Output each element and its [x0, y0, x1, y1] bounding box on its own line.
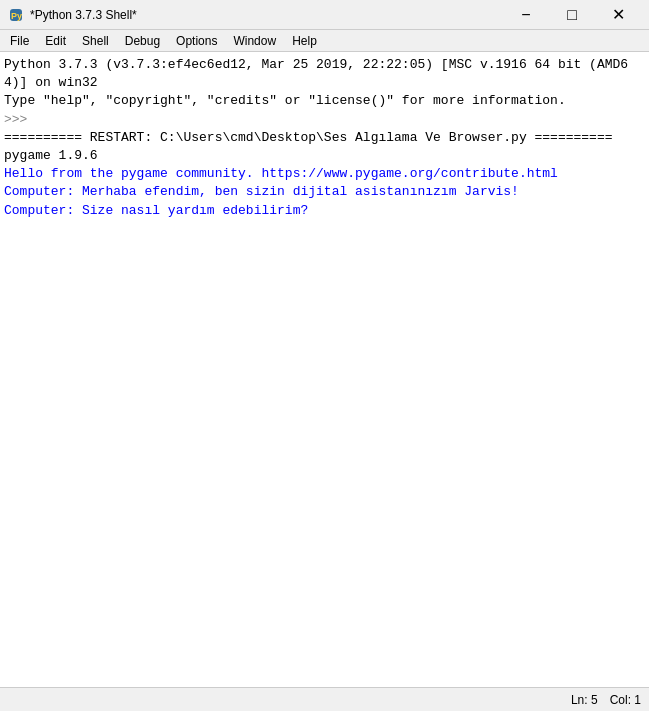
shell-pygame-link: Hello from the pygame community. https:/… — [4, 165, 645, 183]
menu-debug[interactable]: Debug — [119, 32, 166, 50]
svg-text:Py: Py — [11, 11, 22, 21]
title-controls: − □ ✕ — [503, 0, 641, 30]
title-bar-left: Py *Python 3.7.3 Shell* — [8, 7, 137, 23]
status-bar: Ln: 5 Col: 1 — [0, 687, 649, 711]
shell-computer-1: Computer: Merhaba efendim, ben sizin dij… — [4, 183, 645, 201]
menu-shell[interactable]: Shell — [76, 32, 115, 50]
shell-pygame-version: pygame 1.9.6 — [4, 147, 645, 165]
menu-help[interactable]: Help — [286, 32, 323, 50]
menu-window[interactable]: Window — [227, 32, 282, 50]
title-bar: Py *Python 3.7.3 Shell* − □ ✕ — [0, 0, 649, 30]
menu-options[interactable]: Options — [170, 32, 223, 50]
shell-line: Type "help", "copyright", "credits" or "… — [4, 92, 645, 110]
menu-edit[interactable]: Edit — [39, 32, 72, 50]
status-ln: Ln: 5 — [571, 693, 598, 707]
menu-file[interactable]: File — [4, 32, 35, 50]
python-icon: Py — [8, 7, 24, 23]
maximize-button[interactable]: □ — [549, 0, 595, 30]
close-button[interactable]: ✕ — [595, 0, 641, 30]
shell-restart: ========== RESTART: C:\Users\cmd\Desktop… — [4, 129, 645, 147]
status-col: Col: 1 — [610, 693, 641, 707]
minimize-button[interactable]: − — [503, 0, 549, 30]
shell-area[interactable]: Python 3.7.3 (v3.7.3:ef4ec6ed12, Mar 25 … — [0, 52, 649, 687]
shell-prompt: >>> — [4, 111, 645, 129]
shell-computer-2: Computer: Size nasıl yardım edebilirim? — [4, 202, 645, 220]
shell-line: Python 3.7.3 (v3.7.3:ef4ec6ed12, Mar 25 … — [4, 56, 645, 92]
menu-bar: File Edit Shell Debug Options Window Hel… — [0, 30, 649, 52]
window-title: *Python 3.7.3 Shell* — [30, 8, 137, 22]
